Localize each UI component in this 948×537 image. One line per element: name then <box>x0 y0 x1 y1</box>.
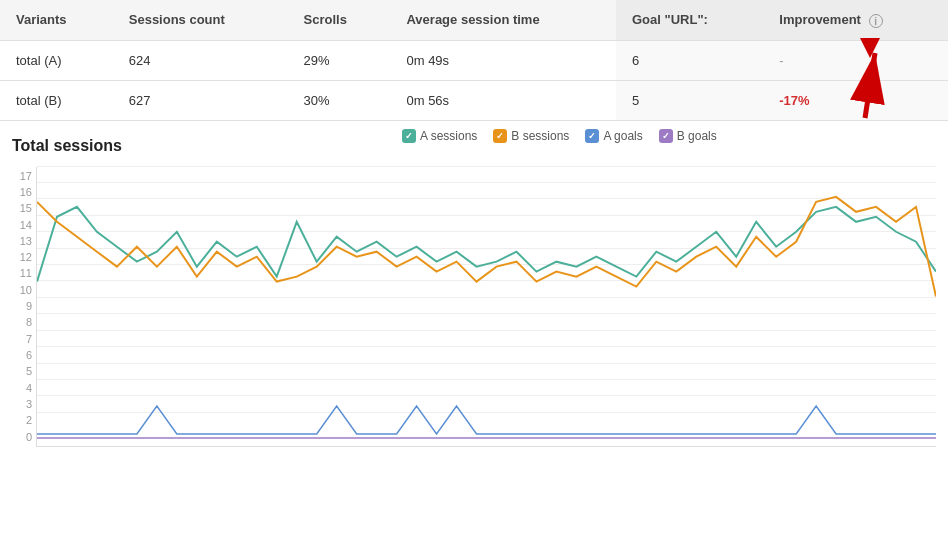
b-sessions-line <box>37 196 936 296</box>
y-label: 4 <box>12 383 36 394</box>
y-label: 5 <box>12 366 36 377</box>
chart-wrapper: 0 2 3 4 5 6 7 8 9 10 11 12 13 14 15 16 1… <box>12 167 936 447</box>
cell-avg-session-a: 0m 49s <box>390 40 616 80</box>
col-header-goal: Goal "URL": <box>616 0 763 40</box>
table-row: total (B) 627 30% 0m 56s 5 -17% <box>0 80 948 120</box>
a-goals-line <box>37 406 936 434</box>
a-sessions-line <box>37 206 936 281</box>
legend-b-goals: ✓ B goals <box>659 129 717 143</box>
legend-a-sessions: ✓ A sessions <box>402 129 477 143</box>
y-label: 11 <box>12 268 36 279</box>
legend-b-sessions: ✓ B sessions <box>493 129 569 143</box>
y-label: 3 <box>12 399 36 410</box>
y-label: 14 <box>12 220 36 231</box>
cell-goal-b: 5 <box>616 80 763 120</box>
cell-scrolls-a: 29% <box>288 40 391 80</box>
y-label: 12 <box>12 252 36 263</box>
chart-svg <box>37 167 936 446</box>
table-row: total (A) 624 29% 0m 49s 6 - <box>0 40 948 80</box>
svg-line-1 <box>865 53 875 118</box>
y-label: 8 <box>12 317 36 328</box>
cell-variant-a: total (A) <box>0 40 113 80</box>
ab-test-table: Variants Sessions count Scrolls Average … <box>0 0 948 121</box>
y-label: 17 <box>12 171 36 182</box>
y-label: 15 <box>12 203 36 214</box>
col-header-avg-session: Average session time <box>390 0 616 40</box>
cell-sessions-a: 624 <box>113 40 288 80</box>
chart-legend: ✓ A sessions ✓ B sessions ✓ A goals ✓ B … <box>402 129 717 143</box>
y-label: 9 <box>12 301 36 312</box>
y-label: 0 <box>12 432 36 443</box>
red-arrow-icon <box>810 33 890 123</box>
y-label: 6 <box>12 350 36 361</box>
col-header-variants: Variants <box>0 0 113 40</box>
cell-variant-b: total (B) <box>0 80 113 120</box>
legend-b-goals-icon: ✓ <box>659 129 673 143</box>
chart-title: Total sessions <box>12 137 122 155</box>
cell-goal-a: 6 <box>616 40 763 80</box>
chart-section: Total sessions ✓ A sessions ✓ B sessions… <box>0 121 948 457</box>
cell-sessions-b: 627 <box>113 80 288 120</box>
y-label: 7 <box>12 334 36 345</box>
col-header-scrolls: Scrolls <box>288 0 391 40</box>
cell-scrolls-b: 30% <box>288 80 391 120</box>
y-label: 10 <box>12 285 36 296</box>
y-label: 16 <box>12 187 36 198</box>
chart-area <box>36 167 936 447</box>
legend-a-goals-icon: ✓ <box>585 129 599 143</box>
legend-a-sessions-icon: ✓ <box>402 129 416 143</box>
info-icon[interactable]: i <box>869 14 883 28</box>
y-label: 13 <box>12 236 36 247</box>
y-axis: 0 2 3 4 5 6 7 8 9 10 11 12 13 14 15 16 1… <box>12 167 36 447</box>
cell-avg-session-b: 0m 56s <box>390 80 616 120</box>
col-header-sessions: Sessions count <box>113 0 288 40</box>
y-label: 2 <box>12 415 36 426</box>
legend-b-sessions-icon: ✓ <box>493 129 507 143</box>
legend-a-goals: ✓ A goals <box>585 129 642 143</box>
